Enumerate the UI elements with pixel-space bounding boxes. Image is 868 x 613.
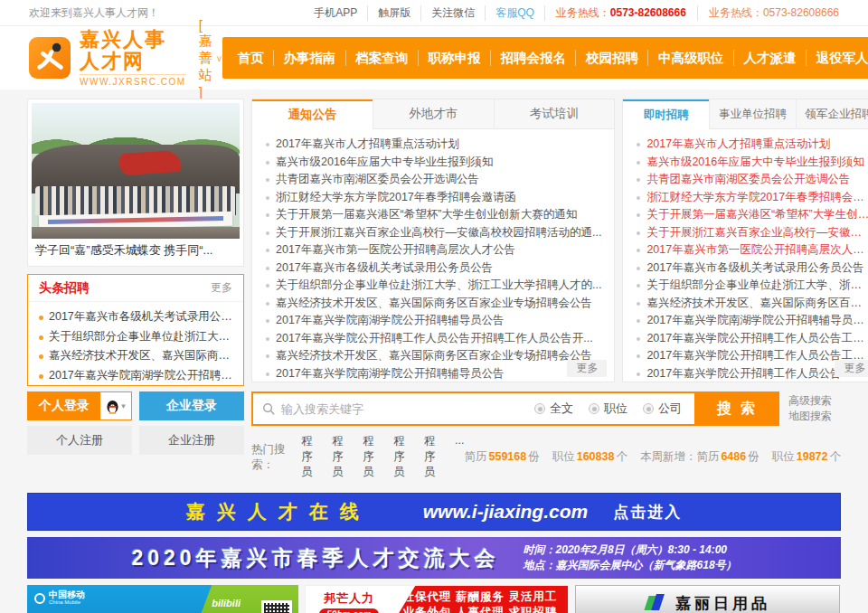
topbar-link[interactable]: 手机APP [304, 5, 368, 21]
ad-jiali-daily-goods[interactable]: JALY 嘉丽日用品 [575, 585, 840, 613]
personal-login-button[interactable]: 个人登录 [28, 392, 100, 420]
nav-item[interactable]: 办事指南 [273, 50, 345, 66]
banner-spring-job-fair[interactable]: 2020年嘉兴市春季人才交流大会 时间：2020年2月8日（周六）8:30 - … [27, 537, 841, 579]
search-scope-radio[interactable]: 职位 [589, 401, 627, 417]
news-item[interactable]: 2017年嘉兴市人才招聘重点活动计划 [265, 136, 605, 154]
news-item[interactable]: 关于开展第一届嘉兴港区“希望杯”大学生创业创... [636, 206, 868, 224]
news-item[interactable]: 2017年嘉兴学院公开招聘工作人员公告开招聘工作人员公告开... [265, 330, 605, 348]
nav-item[interactable]: 校园招聘 [575, 50, 647, 66]
news-item[interactable]: 共青团嘉兴市南湖区委员会公开选调公告 [265, 171, 605, 189]
photo-banner-text [48, 216, 223, 224]
site-logo-icon[interactable] [29, 37, 71, 79]
company-register-button[interactable]: 企业注册 [139, 426, 244, 455]
notice-tab[interactable]: 考试培训 [494, 99, 615, 129]
news-item[interactable]: 2017年嘉兴学院南湖学院公开招聘辅导员公告 [265, 312, 605, 330]
search-scope-radio[interactable]: 公司 [643, 401, 682, 417]
news-item[interactable]: 关于开展浙江嘉兴百家企业高校行—安徽高校校园招聘活动的通... [265, 224, 605, 242]
hot-search-term[interactable]: 程序员 [424, 434, 447, 480]
recruit-tab[interactable]: 领军企业招聘 [796, 99, 868, 129]
hot-search-term[interactable]: ... [455, 434, 464, 480]
bangmang-site: 50bm.com [319, 608, 378, 613]
brand-name-cn: 中国移动 [49, 590, 85, 599]
headline-item[interactable]: 2017年嘉兴市各级机关考试录用公务... [37, 307, 234, 327]
china-mobile-brand: 中国移动 China Mobile [34, 590, 85, 606]
notice-more-link[interactable]: 更多 [567, 360, 607, 377]
headline-item[interactable]: 2017年嘉兴学院南湖学院公开招聘辅... [37, 366, 234, 386]
notice-tab[interactable]: 外地才市 [373, 99, 494, 129]
banner1-title: 嘉兴人才在线 [186, 499, 371, 524]
headline-item[interactable]: 关于组织部分企事业单位赴浙江大学... [37, 327, 234, 347]
news-item[interactable]: 2017年嘉兴学院公开招聘工作人员公告工作人员... [636, 347, 868, 365]
news-item[interactable]: 2017年嘉兴市各级机关考试录用公务员公告 [636, 259, 868, 278]
hot-search-term[interactable]: 程序员 [393, 434, 416, 480]
stat-value: 160838 [577, 450, 615, 463]
hot-search-term[interactable]: 程序员 [301, 434, 324, 480]
nav-item[interactable]: 招聘会报名 [490, 50, 576, 66]
qq-login-button[interactable]: ▾ [100, 392, 131, 420]
headline-more-link[interactable]: 更多 [211, 280, 232, 296]
content: 学子回“嘉”感受禾城蝶变 携手同“... 头条招聘 更多 2017年嘉兴市各级机… [0, 90, 868, 613]
main-nav: 首页办事指南档案查询职称申报招聘会报名校园招聘中高级职位人才派遣退役军人招聘 [222, 37, 868, 79]
news-item[interactable]: 嘉兴经济技术开发区、嘉兴国际商务区百家企业专... [636, 295, 868, 313]
news-item[interactable]: 嘉兴经济技术开发区、嘉兴国际商务区百家企业专场招聘会公告 [265, 295, 605, 313]
station-selector[interactable]: [ 嘉善站 ] ∨ [199, 17, 222, 99]
news-item[interactable]: 关于组织部分企事业单位赴浙江大学、浙江工业大... [636, 277, 868, 295]
headline-recruit-box: 头条招聘 更多 2017年嘉兴市各级机关考试录用公务...关于组织部分企事业单位… [27, 274, 244, 386]
map-search-link[interactable]: 地图搜索 [788, 409, 841, 424]
recruit-more-link[interactable]: 更多 [835, 360, 868, 377]
news-item[interactable]: 2017年嘉兴学院南湖学院公开招聘辅导员公告 [636, 312, 868, 330]
news-item[interactable]: 关于组织部分企事业单位赴浙江大学、浙江工业大学招聘人才的... [265, 277, 605, 295]
scope-label: 职位 [604, 401, 627, 417]
nav-item[interactable]: 中高级职位 [647, 50, 733, 66]
nav-item[interactable]: 人才派遣 [733, 50, 806, 66]
search-button[interactable]: 搜索 [694, 393, 778, 424]
news-item[interactable]: 2017年嘉兴学院公开招聘工作人员公告工作人员... [636, 330, 868, 348]
banner-jiaxing-talent-online[interactable]: 嘉兴人才在线 www.i-jiaxing.com 点击进入 [27, 493, 841, 531]
search-scope-radio[interactable]: 全文 [534, 401, 573, 417]
news-item[interactable]: 浙江财经大学东方学院2017年春季招聘会邀请函 [265, 189, 605, 207]
ad-china-mobile[interactable]: 中国移动 China Mobile 移动花卡 bilibili 季度会员 [27, 585, 298, 613]
nav-item[interactable]: 退役军人招聘 [806, 50, 868, 66]
company-login-button[interactable]: 企业登录 [139, 391, 244, 420]
news-item[interactable]: 2017年嘉兴市第一医院公开招聘高层次人才公告 [265, 241, 605, 259]
banner1-url: www.i-jiaxing.com [423, 501, 588, 523]
news-item[interactable]: 浙江财经大学东方学院2017年春季招聘会邀请函 [636, 189, 868, 207]
news-item[interactable]: 关于开展浙江嘉兴百家企业高校行—安徽高校校园... [636, 224, 868, 242]
topbar-link[interactable]: 关注微信 [421, 5, 486, 21]
headline-item[interactable]: 嘉兴经济技术开发区、嘉兴国际商务... [37, 346, 234, 366]
news-item[interactable]: 2017年嘉兴学院南湖学院公开招聘辅导员公告 [265, 365, 605, 383]
nav-item[interactable]: 职称申报 [418, 50, 490, 66]
news-item[interactable]: 2017年嘉兴市各级机关考试录用公务员公告 [265, 259, 605, 278]
news-item[interactable]: 嘉兴市级2016年应届大中专毕业生报到须知 [636, 154, 868, 172]
photo-card[interactable]: 学子回“嘉”感受禾城蝶变 携手同“... [27, 99, 244, 267]
photo-caption[interactable]: 学子回“嘉”感受禾城蝶变 携手同“... [32, 239, 240, 262]
news-item[interactable]: 关于开展第一届嘉兴港区“希望杯”大学生创业创新大赛的通知 [265, 206, 605, 224]
hot-search-term[interactable]: 程序员 [332, 434, 354, 480]
qr-pattern [264, 603, 289, 613]
news-item[interactable]: 嘉兴市级2016年应届大中专毕业生报到须知 [265, 154, 605, 172]
news-item[interactable]: 2017年嘉兴市第一医院公开招聘高层次人才公告 [636, 241, 868, 259]
topbar-link[interactable]: 触屏版 [368, 5, 421, 21]
personal-register-button[interactable]: 个人注册 [27, 426, 132, 455]
news-item[interactable]: 2017年嘉兴学院公开招聘工作人员公告工作... [636, 365, 868, 383]
bangmang-brand: 邦芒人力 50bm.com [306, 586, 392, 613]
news-item[interactable]: 2017年嘉兴市人才招聘重点活动计划 [636, 136, 868, 154]
hot-search: 热门搜索： 程序员程序员程序员程序员程序员... [251, 434, 464, 480]
station-label: [ 嘉善站 ] [199, 17, 212, 99]
search-input[interactable] [281, 395, 534, 422]
nav-item[interactable]: 首页 [228, 50, 273, 66]
stat-label: 本周新增： [640, 450, 697, 463]
recruit-tab[interactable]: 事业单位招聘 [709, 99, 796, 129]
ads-row: 中国移动 China Mobile 移动花卡 bilibili 季度会员 邦芒人… [27, 585, 841, 613]
advanced-search-link[interactable]: 高级搜索 [788, 393, 841, 409]
nav-item[interactable]: 档案查询 [345, 50, 418, 66]
notice-tab[interactable]: 通知公告 [252, 99, 373, 129]
recruit-tab[interactable]: 即时招聘 [623, 99, 709, 129]
topbar-link[interactable]: 客服QQ [486, 5, 545, 21]
news-item[interactable]: 嘉兴经济技术开发区、嘉兴国际商务区百家企业专场招聘会公告 [265, 347, 605, 365]
ad-bangmang-hr[interactable]: 邦芒人力 50bm.com 社保代理 薪酬服务 灵活用工 业务外包 人事代理 求… [305, 585, 569, 613]
group-photo [32, 103, 240, 239]
hotline-primary: 业务热线：0573-82608666 [556, 5, 698, 21]
news-item[interactable]: 共青团嘉兴市南湖区委员会公开选调公告 [636, 171, 868, 189]
hot-search-term[interactable]: 程序员 [363, 434, 385, 480]
